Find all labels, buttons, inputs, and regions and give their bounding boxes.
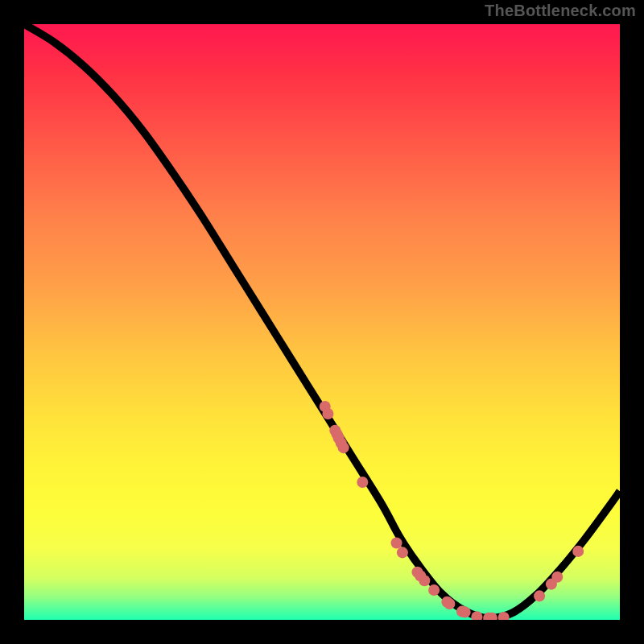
data-point <box>572 546 584 557</box>
data-point <box>357 477 368 488</box>
bottleneck-curve <box>24 24 620 618</box>
data-point <box>397 547 408 558</box>
data-point <box>322 408 333 419</box>
data-point <box>534 590 545 601</box>
plot-area <box>24 24 620 620</box>
data-point <box>551 572 563 583</box>
data-point <box>460 606 471 617</box>
watermark-text: TheBottleneck.com <box>485 2 636 20</box>
data-point <box>390 538 402 549</box>
chart-svg <box>24 24 620 620</box>
data-point <box>444 598 455 609</box>
data-point <box>419 575 430 586</box>
chart-frame: TheBottleneck.com <box>0 0 644 644</box>
data-point <box>428 584 440 596</box>
data-point <box>338 442 349 453</box>
